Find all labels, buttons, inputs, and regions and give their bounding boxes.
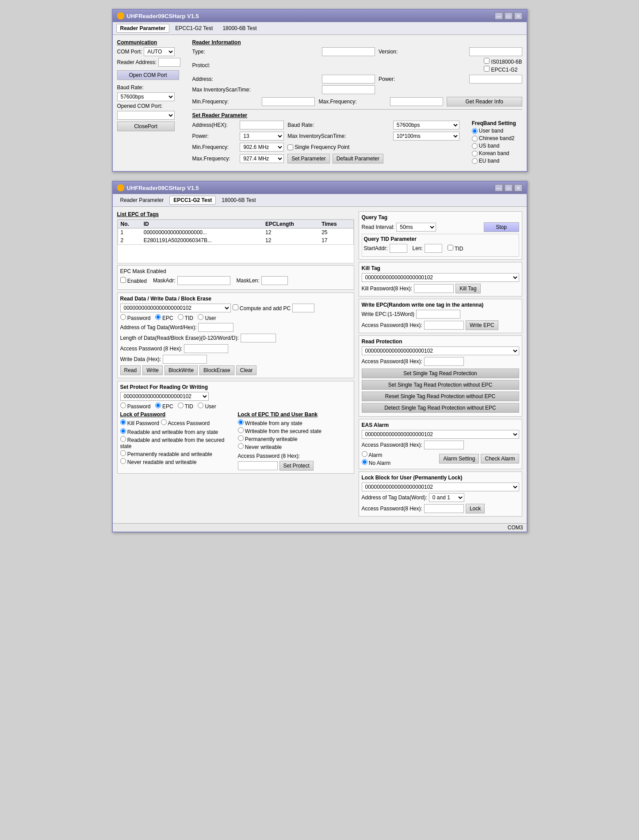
write-epc-button[interactable]: Write EPC — [466, 320, 498, 330]
alarm-radio-label[interactable]: Alarm — [362, 451, 438, 458]
start-addr-input[interactable]: 02 — [390, 244, 407, 253]
set-protect-button[interactable]: Set Protect — [279, 461, 314, 471]
password-radio[interactable] — [120, 314, 126, 320]
protect-epc-select[interactable]: 00000000000000000000102 — [120, 392, 209, 401]
protect-access-pwd-input[interactable]: 00000000 — [238, 461, 278, 470]
minimize-btn-1[interactable]: — — [495, 12, 503, 19]
minimize-btn-2[interactable]: — — [495, 184, 503, 191]
protect-epc-radio[interactable] — [155, 403, 161, 408]
mask-adr-input[interactable]: 00 — [177, 276, 230, 285]
single-freq-label[interactable]: Single Frequency Point — [287, 144, 389, 150]
lb-address-select[interactable]: 0 and 1 — [429, 493, 464, 502]
no-alarm-radio-label[interactable]: No Alarm — [362, 459, 438, 466]
alarm-setting-button[interactable]: Alarm Setting — [439, 454, 479, 464]
tid-checkbox[interactable] — [448, 245, 453, 251]
power-sp-select[interactable]: 13 — [240, 132, 284, 141]
freqband-cn2-radio[interactable]: Chinese band2 — [472, 135, 522, 141]
rp-epc-select[interactable]: 00000000000000000000102 — [362, 346, 519, 355]
tid-checkbox-label[interactable]: TID — [448, 245, 463, 252]
tid-radio-label[interactable]: TID — [178, 314, 193, 321]
mask-len-input[interactable]: 00 — [261, 276, 288, 285]
user-radio[interactable] — [198, 314, 203, 320]
write-button[interactable]: Write — [142, 365, 163, 375]
rw-epc-select[interactable]: 00000000000000000000102 — [120, 304, 231, 312]
max-freq-sp-select[interactable]: 927.4 MHz — [240, 154, 284, 163]
kill-pwd-radio-label[interactable]: Kill Password — [120, 419, 159, 426]
set-single-no-epc-btn[interactable]: Set Single Tag Read Protection without E… — [362, 380, 519, 390]
stop-button[interactable]: Stop — [484, 222, 519, 232]
protect-tid-radio[interactable] — [178, 403, 184, 408]
set-single-btn[interactable]: Set Single Tag Read Protection — [362, 369, 519, 378]
tab-18000-test-2[interactable]: 18000-6B Test — [218, 196, 260, 205]
rp-access-pwd-input[interactable]: 00000000 — [424, 357, 464, 366]
close-btn-1[interactable]: ✕ — [514, 12, 522, 19]
alarm-radio[interactable] — [362, 451, 367, 457]
lb-access-pwd-input[interactable]: 00000000 — [424, 504, 464, 513]
lock-button[interactable]: Lock — [466, 504, 485, 513]
write-epc-input[interactable]: 0000 — [416, 310, 460, 319]
read-button[interactable]: Read — [120, 365, 141, 375]
writeable-secured-radio-label[interactable]: Writeable from the secured state — [238, 427, 351, 434]
epc-checkbox[interactable] — [484, 66, 490, 72]
set-parameter-button[interactable]: Set Parameter — [287, 154, 329, 163]
writeable-any-radio-label[interactable]: Writeable from any state — [238, 419, 351, 426]
min-freq-sp-select[interactable]: 902.6 MHz — [240, 143, 284, 152]
epc-checkbox-label[interactable]: EPCC1-G2 — [484, 66, 522, 73]
open-port-button[interactable]: Open COM Port — [117, 70, 179, 80]
freqband-us-radio[interactable]: US band — [472, 143, 522, 149]
eas-access-pwd-input[interactable]: 00000000 — [424, 441, 464, 449]
compute-pc-checkbox[interactable] — [233, 304, 238, 310]
read-interval-select[interactable]: 50ms — [396, 223, 436, 232]
tab-18000-test-1[interactable]: 18000-6B Test — [218, 24, 260, 33]
kill-epc-select[interactable]: 00000000000000000000102 — [362, 273, 519, 282]
enabled-checkbox[interactable] — [120, 277, 126, 283]
single-freq-checkbox[interactable] — [287, 144, 293, 150]
epc-radio-label[interactable]: EPC — [155, 314, 173, 321]
never-writeable-radio-label[interactable]: Never writeable — [238, 443, 351, 450]
restore-btn-1[interactable]: ▭ — [505, 12, 513, 19]
com-port-select[interactable]: AUTO — [144, 47, 175, 56]
protect-pwd-radio-label[interactable]: Password — [120, 403, 151, 410]
epc-radio[interactable] — [155, 314, 161, 320]
close-btn-2[interactable]: ✕ — [514, 184, 522, 191]
tid-radio[interactable] — [178, 314, 184, 320]
lb-epc-select[interactable]: 00000000000000000000102 — [362, 483, 519, 491]
protect-user-radio-label[interactable]: User — [198, 403, 216, 410]
restore-btn-2[interactable]: ▭ — [505, 184, 513, 191]
type-input[interactable] — [322, 47, 375, 56]
freqband-eu-radio[interactable]: EU band — [472, 158, 522, 164]
default-parameter-button[interactable]: Default Parameter — [333, 154, 383, 163]
min-freq-ri-input[interactable] — [262, 97, 315, 106]
reader-address-input[interactable]: FF — [158, 58, 180, 67]
tab-reader-param-1[interactable]: Reader Parameter — [116, 24, 170, 33]
baud-rate-select[interactable]: 57600bps — [117, 92, 175, 101]
tab-epc-test-2[interactable]: EPCC1-G2 Test — [169, 196, 216, 205]
access-pwd-rw-input[interactable]: 00000000 — [184, 344, 228, 353]
kill-pwd-input[interactable]: 00000000 — [414, 284, 454, 293]
protect-pwd-radio[interactable] — [120, 403, 126, 408]
block-erase-button[interactable]: BlockErase — [199, 365, 234, 375]
freqband-kr-radio[interactable]: Korean band — [472, 150, 522, 156]
eas-epc-select[interactable]: 00000000000000000000102 — [362, 430, 519, 439]
enabled-checkbox-label[interactable]: Enabled — [120, 277, 147, 284]
iso-checkbox[interactable] — [484, 58, 490, 64]
block-write-button[interactable]: BlockWrite — [165, 365, 198, 375]
no-alarm-radio[interactable] — [362, 459, 367, 465]
close-port-button[interactable]: ClosePort — [117, 122, 175, 131]
never-rw-radio-label[interactable]: Never readable and writeable — [120, 458, 233, 465]
address-ri-input[interactable] — [322, 75, 375, 84]
power-ri-input[interactable] — [469, 75, 522, 84]
password-radio-label[interactable]: Password — [120, 314, 151, 321]
len-qt-input[interactable]: 04 — [425, 244, 442, 253]
kill-tag-button[interactable]: Kill Tag — [455, 284, 480, 293]
rw-secured-radio-label[interactable]: Readable and writeable from the secured … — [120, 436, 233, 449]
addr-tag-input[interactable]: 00 — [198, 323, 233, 332]
user-radio-label[interactable]: User — [198, 314, 216, 321]
tab-reader-param-2[interactable]: Reader Parameter — [116, 196, 168, 205]
clear-button[interactable]: Clear — [236, 365, 257, 375]
opened-com-select[interactable] — [117, 111, 175, 120]
max-scan-ri-input[interactable] — [322, 85, 375, 94]
len-data-input[interactable]: 4 — [241, 334, 276, 342]
access-pwd-we-input[interactable]: 00000000 — [424, 321, 464, 330]
iso-checkbox-label[interactable]: IS018000-6B — [484, 58, 522, 65]
